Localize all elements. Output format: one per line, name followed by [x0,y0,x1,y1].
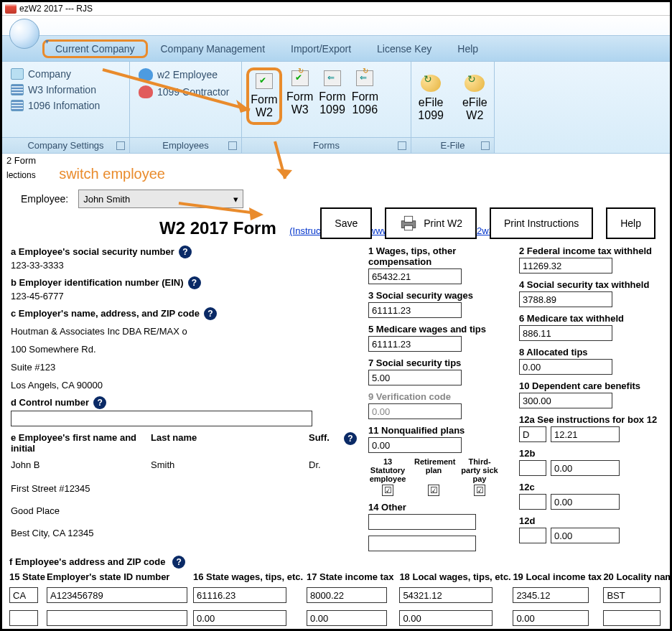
box2-label: 2 Federal income tax withheld [519,246,663,256]
efile-1099-button[interactable]: eFile1099 [416,72,445,125]
box19-2-input[interactable] [513,610,589,626]
group-forms: Forms [313,140,340,151]
box20-1-input[interactable] [603,587,661,603]
save-button[interactable]: Save [320,207,372,239]
person-icon [139,68,153,81]
dialog-launcher-icon[interactable] [481,141,490,150]
help-button[interactable]: Help [606,207,655,239]
help-icon[interactable]: ? [179,246,192,258]
box9-label: 9 Verification code [368,391,512,402]
box12c-value-input[interactable] [551,494,620,510]
box5-input[interactable] [368,336,462,352]
nav-1096-information[interactable]: 1096 Infomation [9,98,122,113]
box14-label: 14 Other [368,502,512,513]
home-icon [11,68,24,80]
tab-license-key[interactable]: License Key [364,40,444,57]
box12d-label: 12d [519,515,663,526]
eid1-input[interactable] [47,587,187,603]
group-employees: Employees [162,140,208,151]
box14-input-1[interactable] [368,514,476,530]
box12b-code-input[interactable] [519,460,546,476]
emp-first-name: John B [11,459,151,470]
box-b-value: 123-45-6777 [11,291,368,302]
nav-company[interactable]: Company [9,66,122,82]
employer-line2: 100 Somewhere Rd. [11,344,368,355]
form-1099-button[interactable]: ⇐ Form1099 [317,67,347,125]
box1-input[interactable] [368,268,462,284]
control-number-input[interactable] [11,411,312,426]
box13b-checkbox[interactable]: ☑ [428,485,439,496]
box8-label: 8 Allocated tips [519,347,663,357]
col16-header: 16 State wages, tips, etc. [193,571,301,586]
help-icon[interactable]: ? [188,276,201,289]
state1-input[interactable] [9,587,38,603]
box17-1-input[interactable] [307,587,387,603]
help-icon[interactable]: ? [344,432,357,445]
box12a-code-input[interactable] [519,426,546,442]
dialog-launcher-icon[interactable] [398,141,406,150]
box13a-checkbox[interactable]: ☑ [382,485,393,496]
box14-input-2[interactable] [368,536,476,551]
box6-input[interactable] [519,325,612,341]
nav-w2-employee[interactable]: w2 Employee [137,66,234,83]
tab-import-export[interactable]: Import/Export [278,40,364,57]
tab-help[interactable]: Help [444,40,491,57]
box12d-value-input[interactable] [551,528,620,543]
box10-input[interactable] [519,393,612,408]
box6-label: 6 Medicare tax withheld [519,313,663,324]
help-icon[interactable]: ? [93,396,106,409]
employer-line4: Los Angels, CA 90000 [11,380,368,391]
panel-subtitle: 2 Form [6,155,666,166]
emp-suffix: Dr. [309,459,321,470]
print-instructions-button[interactable]: Print Instructions [490,207,593,239]
box19-1-input[interactable] [513,587,589,603]
window-title: ezW2 2017 --- RJS [19,4,93,14]
form-w2-button[interactable]: ✔ FormW2 [246,67,282,125]
box7-input[interactable] [368,370,462,385]
printer-icon [399,214,418,233]
dialog-launcher-icon[interactable] [116,141,125,150]
svg-rect-1 [405,216,413,222]
box20-2-input[interactable] [603,610,661,626]
box8-input[interactable] [519,359,612,375]
quick-access-dropdown[interactable]: ▾ [45,37,49,45]
box18-2-input[interactable] [399,610,493,626]
box3-input[interactable] [368,302,462,318]
dialog-launcher-icon[interactable] [228,141,237,150]
box-a-label: a Employee's social security number [11,246,174,257]
tab-current-company[interactable]: Current Company [42,39,148,58]
form-1096-button[interactable]: ↻⇐ Form1096 [350,67,380,125]
employee-select[interactable]: John Smith ▾ [78,190,243,208]
help-icon[interactable]: ? [204,307,217,320]
box-d-label: d Control number [11,397,89,408]
form-title: W2 2017 Form [159,218,276,238]
box12a-value-input[interactable] [551,426,620,442]
employer-line1: Houtman & Associates Inc DBA RE/MAX o [11,326,368,337]
tab-company-management[interactable]: Company Management [148,40,279,57]
emp-addr1: First Street #12345 [11,483,368,494]
box16-2-input[interactable] [193,610,286,626]
box4-input[interactable] [519,291,612,307]
nav-w3-information[interactable]: W3 Information [9,82,122,98]
form-w3-button[interactable]: ↻✔ FormW3 [285,67,314,125]
help-icon[interactable]: ? [172,556,185,569]
box12c-code-input[interactable] [519,494,546,510]
box-e-last-label: Last name [151,432,309,454]
box18-1-input[interactable] [399,587,493,603]
box12b-value-input[interactable] [551,460,620,476]
col17-header: 17 State income tax [307,571,393,586]
box16-1-input[interactable] [193,587,286,603]
box17-2-input[interactable] [307,610,387,626]
box12d-code-input[interactable] [519,528,546,543]
nav-1099-contractor[interactable]: 1099 Contractor [137,83,234,101]
state2-input[interactable] [9,610,38,626]
box2-input[interactable] [519,258,612,274]
office-orb-button[interactable] [9,19,39,49]
efile-w2-button[interactable]: eFileW2 [461,72,489,125]
print-w2-button[interactable]: Print W2 [385,207,477,239]
box13c-checkbox[interactable]: ☑ [474,485,485,496]
col15-header: 15 State [9,571,41,586]
col20-header: 20 Locality name [603,571,668,586]
box11-input[interactable] [368,437,462,453]
eid2-input[interactable] [47,610,187,626]
